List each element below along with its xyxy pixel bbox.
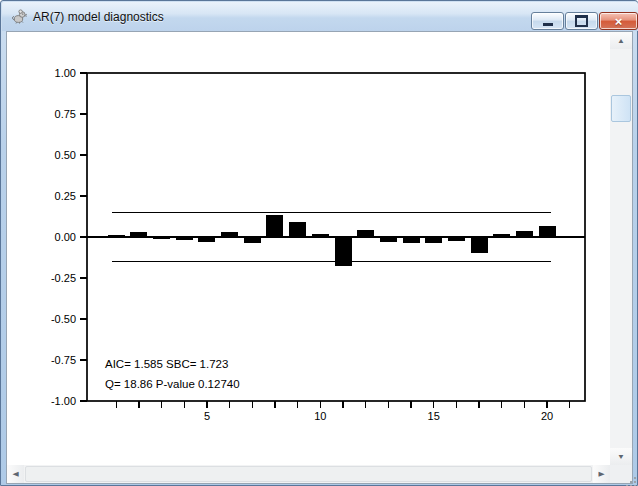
chart-svg: 1.000.750.500.250.00-0.25-0.50-0.75-1.00… [7,32,610,465]
acf-bar-lag-18 [493,234,510,237]
maximize-button[interactable] [565,12,598,30]
scroll-up-button[interactable]: ▲ [610,32,632,49]
y-axis-tick-label: -1.00 [51,395,76,407]
stats-annotation-1: AIC= 1.585 SBC= 1.723 [105,358,228,370]
acf-bar-lag-1 [108,235,125,237]
scroll-left-icon: ◀ [12,471,18,478]
close-button[interactable]: × [599,12,638,30]
acf-bar-lag-10 [312,234,329,237]
acf-bar-lag-5 [198,237,215,242]
vertical-scrollbar[interactable]: ▲ ▼ [610,32,632,465]
acf-bar-lag-3 [153,237,170,239]
scroll-right-icon: ▶ [598,471,604,478]
horizontal-scrollbar[interactable]: ◀ ▶ [7,465,610,483]
acf-bar-lag-12 [357,230,374,237]
y-axis-tick-label: -0.75 [51,354,76,366]
acf-bar-lag-2 [130,232,147,237]
scroll-down-button[interactable]: ▼ [610,448,632,465]
acf-bar-lag-19 [516,231,533,237]
close-icon: × [615,15,623,28]
y-axis-tick-label: -0.25 [51,272,76,284]
acf-bar-lag-20 [539,226,556,237]
client-area: 1.000.750.500.250.00-0.25-0.50-0.75-1.00… [6,31,633,484]
app-window: AR(7) model diagnostics × 1.000.750.500.… [0,0,638,486]
acf-bar-lag-11 [335,237,352,266]
x-axis-tick-label: 5 [204,410,210,422]
horizontal-scroll-thumb[interactable] [25,466,592,482]
x-axis-tick-label: 20 [541,410,553,422]
acf-bar-lag-8 [266,215,283,237]
scroll-left-button[interactable]: ◀ [7,465,24,483]
acf-bar-lag-13 [380,237,397,242]
scroll-down-icon: ▼ [617,453,625,460]
minimize-button[interactable] [531,12,564,30]
stats-annotation-2: Q= 18.86 P-value 0.12740 [105,378,240,390]
resize-grip-icon[interactable] [626,477,628,479]
y-axis-tick-label: 0.50 [55,149,76,161]
y-axis-tick-label: 0.25 [55,190,76,202]
acf-bar-lag-6 [221,232,238,237]
y-axis-tick-label: -0.50 [51,313,76,325]
acf-bar-lag-15 [425,237,442,243]
acf-bar-lag-14 [403,237,420,243]
minimize-icon [543,23,553,26]
acf-bar-lag-7 [244,237,261,243]
x-axis-tick-label: 10 [314,410,326,422]
y-axis-tick-label: 1.00 [55,67,76,79]
scroll-right-button[interactable]: ▶ [593,465,610,483]
y-axis-tick-label: 0.00 [55,231,76,243]
title-bar[interactable]: AR(7) model diagnostics × [2,2,638,31]
acf-bar-lag-4 [176,237,193,240]
acf-bar-lag-9 [289,222,306,237]
maximize-icon [575,15,588,27]
scroll-up-icon: ▲ [617,37,625,44]
x-axis-tick-label: 15 [428,410,440,422]
window-title: AR(7) model diagnostics [33,10,164,24]
rats-mouse-icon [10,8,28,26]
scrollbar-corner [610,465,632,483]
y-axis-tick-label: 0.75 [55,108,76,120]
acf-bar-lag-16 [448,237,465,241]
acf-bar-lag-17 [471,237,488,253]
vertical-scroll-thumb[interactable] [611,95,631,122]
